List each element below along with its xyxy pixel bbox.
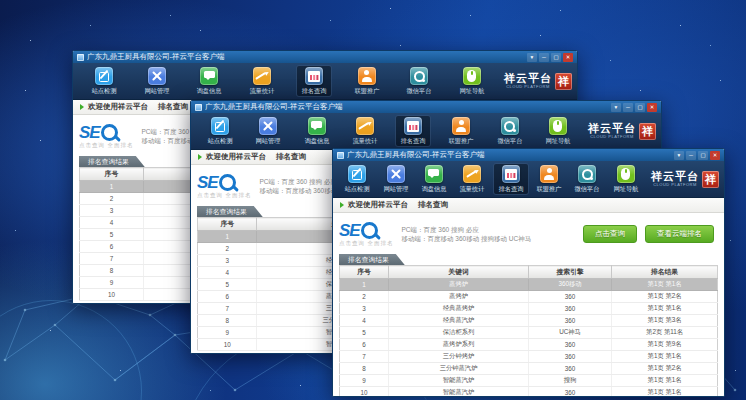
toolbar-item-label: 网站管理 xyxy=(256,137,281,146)
table-row[interactable]: 1蒸烤炉360移动第1页 第1名 xyxy=(340,279,718,291)
toolbar-item-wechat[interactable]: 微信平台 xyxy=(492,115,528,147)
toolbar-item-nav[interactable]: 网址导航 xyxy=(454,65,490,97)
breadcrumb-arrow-icon xyxy=(340,202,344,208)
desktop: { "accent_colors":{"titlebar_blue":"#1b5… xyxy=(0,0,746,400)
toolbar-item-traffic[interactable]: 流量统计 xyxy=(347,115,383,147)
skin-button[interactable]: ▾ xyxy=(674,151,684,160)
toolbar-item-site-check[interactable]: 站点检测 xyxy=(339,163,375,195)
site-check-icon xyxy=(95,67,113,85)
toolbar-items: 站点检测网站管理询盘信息流量统计排名查询联盟推广微信平台网址导航 xyxy=(196,115,582,147)
toolbar-item-site-manage[interactable]: 网站管理 xyxy=(378,163,414,195)
toolbar-item-alliance[interactable]: 联盟推广 xyxy=(531,163,567,195)
tab-ranking-results[interactable]: 排名查询结果 xyxy=(79,156,145,167)
wechat-icon xyxy=(578,165,596,183)
toolbar-item-traffic[interactable]: 流量统计 xyxy=(244,65,280,97)
toolbar-item-label: 流量统计 xyxy=(460,185,485,194)
table-row[interactable]: 7三分钟烤炉360第1页 第1名 xyxy=(340,351,718,363)
toolbar-item-inquiry[interactable]: 询盘信息 xyxy=(191,65,227,97)
toolbar-item-inquiry[interactable]: 询盘信息 xyxy=(416,163,452,195)
cloud-ranking-button[interactable]: 查看云端排名 xyxy=(645,225,714,243)
cell-no: 3 xyxy=(80,205,144,217)
cell-engine: 360 xyxy=(528,351,611,363)
toolbar-item-ranking[interactable]: 排名查询 xyxy=(395,115,431,147)
cell-no: 8 xyxy=(340,363,389,375)
skin-button[interactable]: ▾ xyxy=(611,103,621,112)
brand-logo: 祥云平台 CLOUD PLATFORM 祥 xyxy=(588,123,656,140)
minimize-button[interactable]: ─ xyxy=(623,103,633,112)
site-manage-icon xyxy=(387,165,405,183)
toolbar-item-traffic[interactable]: 流量统计 xyxy=(454,163,490,195)
toolbar-item-label: 联盟推广 xyxy=(537,185,562,194)
cell-no: 8 xyxy=(80,265,144,277)
toolbar-item-nav[interactable]: 网址导航 xyxy=(608,163,644,195)
minimize-button[interactable]: ─ xyxy=(686,151,696,160)
minimize-button[interactable]: ─ xyxy=(539,53,549,62)
close-button[interactable]: ✕ xyxy=(647,103,657,112)
maximize-button[interactable]: ▢ xyxy=(698,151,708,160)
tab-ranking-results[interactable]: 排名查询结果 xyxy=(197,206,263,217)
toolbar-item-inquiry[interactable]: 询盘信息 xyxy=(299,115,335,147)
table-row[interactable]: 4经典蒸汽炉360第1页 第3名 xyxy=(340,315,718,327)
cell-no: 3 xyxy=(340,303,389,315)
breadcrumb-arrow-icon xyxy=(198,154,202,160)
toolbar-item-site-manage[interactable]: 网站管理 xyxy=(250,115,286,147)
brand-logo: 祥云平台 CLOUD PLATFORM 祥 xyxy=(504,73,572,90)
table-row[interactable]: 6蒸烤炉系列360第1页 第9名 xyxy=(340,339,718,351)
site-check-icon xyxy=(211,117,229,135)
brand-name: 祥云平台 xyxy=(588,123,636,134)
window-title-bar: 广东九鼎王厨具有限公司-祥云平台客户端 ▾ ─ ▢ ✕ xyxy=(333,149,724,161)
tab-ranking-results[interactable]: 排名查询结果 xyxy=(339,254,405,265)
ranking-icon xyxy=(404,117,422,135)
cell-engine: 搜狗 xyxy=(528,375,611,387)
cell-no: 6 xyxy=(198,291,257,303)
toolbar-item-label: 站点检测 xyxy=(345,185,370,194)
toolbar-item-wechat[interactable]: 微信平台 xyxy=(569,163,605,195)
toolbar-item-label: 联盟推广 xyxy=(354,87,379,96)
skin-button[interactable]: ▾ xyxy=(527,53,537,62)
column-no: 序号 xyxy=(198,218,257,231)
toolbar-item-ranking[interactable]: 排名查询 xyxy=(493,163,529,195)
close-button[interactable]: ✕ xyxy=(710,151,720,160)
cell-no: 6 xyxy=(340,339,389,351)
app-icon xyxy=(195,104,202,111)
cell-keyword: 智能蒸汽炉 xyxy=(389,387,529,398)
toolbar-item-ranking[interactable]: 排名查询 xyxy=(296,65,332,97)
cell-no: 4 xyxy=(198,267,257,279)
table-row[interactable]: 2蒸烤炉360第1页 第2名 xyxy=(340,291,718,303)
table-row[interactable]: 8三分钟蒸汽炉360第1页 第2名 xyxy=(340,363,718,375)
app-icon xyxy=(77,54,84,61)
traffic-icon xyxy=(463,165,481,183)
seo-logo: SE 点击查询 全面排名 xyxy=(197,174,252,199)
toolbar-item-alliance[interactable]: 联盟推广 xyxy=(443,115,479,147)
query-button[interactable]: 点击查询 xyxy=(583,225,637,243)
toolbar-item-site-check[interactable]: 站点检测 xyxy=(86,65,122,97)
window-title: 广东九鼎王厨具有限公司-祥云平台客户端 xyxy=(347,150,485,160)
toolbar-items: 站点检测网站管理询盘信息流量统计排名查询联盟推广微信平台网址导航 xyxy=(78,65,498,97)
table-row[interactable]: 5保洁柜系列UC神马第2页 第11名 xyxy=(340,327,718,339)
toolbar-item-site-manage[interactable]: 网站管理 xyxy=(139,65,175,97)
toolbar-item-label: 站点检测 xyxy=(208,137,233,146)
table-row[interactable]: 3经典蒸烤炉360第1页 第1名 xyxy=(340,303,718,315)
toolbar-item-alliance[interactable]: 联盟推广 xyxy=(349,65,385,97)
cell-no: 7 xyxy=(198,303,257,315)
toolbar-item-label: 网址导航 xyxy=(459,87,484,96)
toolbar-item-nav[interactable]: 网址导航 xyxy=(540,115,576,147)
maximize-button[interactable]: ▢ xyxy=(635,103,645,112)
cell-keyword: 三分钟蒸汽炉 xyxy=(389,363,529,375)
starfield xyxy=(0,0,1,1)
toolbar-item-wechat[interactable]: 微信平台 xyxy=(401,65,437,97)
breadcrumb-section: 排名查询 xyxy=(418,200,448,210)
cell-no: 5 xyxy=(80,229,144,241)
window-controls: ▾ ─ ▢ ✕ xyxy=(527,53,573,62)
inquiry-icon xyxy=(425,165,443,183)
toolbar-item-site-check[interactable]: 站点检测 xyxy=(202,115,238,147)
close-button[interactable]: ✕ xyxy=(563,53,573,62)
table-row[interactable]: 10智能蒸汽炉360第1页 第1名 xyxy=(340,387,718,398)
seo-logo: SE 点击查询 全面排名 xyxy=(339,222,394,247)
cell-no: 7 xyxy=(80,253,144,265)
ranking-table: 序号 关键词 搜索引擎 排名结果 1蒸烤炉360移动第1页 第1名2蒸烤炉360… xyxy=(339,265,718,397)
brand-badge-icon: 祥 xyxy=(555,73,572,90)
alliance-icon xyxy=(358,67,376,85)
table-row[interactable]: 9智能蒸汽炉搜狗第1页 第1名 xyxy=(340,375,718,387)
maximize-button[interactable]: ▢ xyxy=(551,53,561,62)
